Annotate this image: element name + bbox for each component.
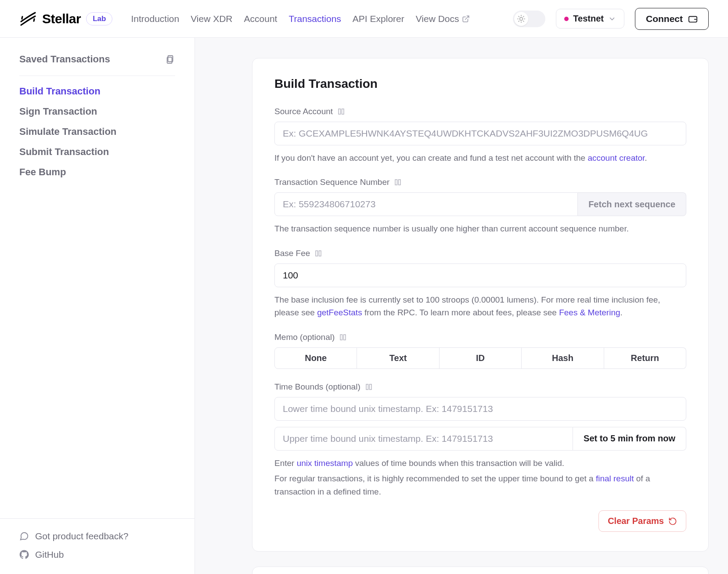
nav-account[interactable]: Account — [244, 14, 278, 24]
clear-params-label: Clear Params — [608, 516, 664, 526]
sidebar-item-simulate[interactable]: Simulate Transaction — [19, 126, 175, 137]
sidebar-item-sign[interactable]: Sign Transaction — [19, 106, 175, 117]
memo-id[interactable]: ID — [440, 347, 522, 369]
network-name: Testnet — [573, 14, 604, 24]
connect-label: Connect — [646, 14, 683, 24]
upper-timebound-input[interactable] — [274, 427, 573, 451]
connect-wallet-button[interactable]: Connect — [635, 8, 709, 30]
seq-input[interactable] — [274, 192, 578, 216]
logo-block: Stellar Lab — [19, 10, 112, 28]
help-tb1: Enter unix timestamp values of time boun… — [274, 457, 686, 469]
stellar-logo-icon — [19, 10, 37, 28]
main-content: Build Transaction Source Account If you … — [195, 38, 728, 574]
theme-knob — [514, 12, 528, 26]
help-fee: The base inclusion fee is currently set … — [274, 293, 686, 319]
sidebar-item-submit[interactable]: Submit Transaction — [19, 146, 175, 158]
primary-nav: Introduction View XDR Account Transactio… — [131, 14, 469, 24]
field-fee: Base Fee The base inclusion fee is curre… — [274, 249, 686, 319]
github-icon — [19, 550, 29, 560]
account-creator-link[interactable]: account creator — [587, 153, 645, 162]
lower-timebound-input[interactable] — [274, 397, 686, 421]
source-account-input[interactable] — [274, 122, 686, 145]
field-source-account: Source Account If you don't have an acco… — [274, 107, 686, 164]
external-link-icon — [462, 15, 470, 23]
feedback-link[interactable]: Got product feedback? — [19, 531, 175, 542]
doc-icon[interactable] — [365, 383, 373, 391]
help-source-account: If you don't have an account yet, you ca… — [274, 152, 686, 164]
help-tb2: For regular transactions, it is highly r… — [274, 472, 686, 498]
field-seq: Transaction Sequence Number Fetch next s… — [274, 177, 686, 235]
feedback-icon — [19, 531, 29, 541]
unix-timestamp-link[interactable]: unix timestamp — [297, 458, 353, 468]
field-memo: Memo (optional) None Text ID Hash Return — [274, 332, 686, 369]
memo-text[interactable]: Text — [357, 347, 439, 369]
memo-type-segmented: None Text ID Hash Return — [274, 347, 686, 369]
refresh-icon — [668, 517, 677, 526]
sidebar: Saved Transactions Build Transaction Sig… — [0, 38, 195, 574]
sidebar-title: Saved Transactions — [19, 54, 110, 65]
label-timebounds: Time Bounds (optional) — [274, 382, 360, 392]
clear-params-button[interactable]: Clear Params — [598, 510, 686, 532]
set-5min-button[interactable]: Set to 5 min from now — [573, 427, 686, 451]
sun-icon — [517, 14, 526, 23]
get-fee-stats-link[interactable]: getFeeStats — [317, 308, 362, 317]
help-seq: The transaction sequence number is usual… — [274, 222, 686, 235]
saved-icon[interactable] — [166, 54, 175, 64]
label-fee: Base Fee — [274, 249, 310, 258]
nav-view-docs-label: View Docs — [416, 14, 459, 24]
nav-api-explorer[interactable]: API Explorer — [353, 14, 404, 24]
github-label: GitHub — [35, 549, 64, 560]
nav-introduction[interactable]: Introduction — [131, 14, 179, 24]
chevron-down-icon — [608, 15, 616, 23]
app-name: Stellar — [42, 11, 81, 26]
fees-metering-link[interactable]: Fees & Metering — [559, 308, 620, 317]
app-header: Stellar Lab Introduction View XDR Accoun… — [0, 0, 728, 38]
label-memo: Memo (optional) — [274, 332, 335, 342]
lab-badge: Lab — [86, 12, 112, 25]
doc-icon[interactable] — [339, 333, 347, 341]
feedback-label: Got product feedback? — [35, 531, 128, 542]
nav-view-docs[interactable]: View Docs — [416, 14, 470, 24]
wallet-icon — [688, 14, 698, 24]
page-title: Build Transaction — [274, 77, 686, 91]
memo-return[interactable]: Return — [604, 347, 686, 369]
label-seq: Transaction Sequence Number — [274, 177, 389, 187]
doc-icon[interactable] — [394, 178, 402, 186]
network-selector[interactable]: Testnet — [556, 9, 624, 29]
github-link[interactable]: GitHub — [19, 549, 175, 560]
memo-none[interactable]: None — [274, 347, 357, 369]
operations-card: Operation 0 — [252, 567, 709, 574]
doc-icon[interactable] — [337, 108, 345, 116]
field-timebounds: Time Bounds (optional) Set to 5 min from… — [274, 382, 686, 498]
sidebar-item-build[interactable]: Build Transaction — [19, 86, 175, 97]
build-tx-card: Build Transaction Source Account If you … — [252, 58, 709, 552]
memo-hash[interactable]: Hash — [522, 347, 604, 369]
label-source-account: Source Account — [274, 107, 333, 116]
nav-transactions[interactable]: Transactions — [288, 14, 341, 24]
final-result-link[interactable]: final result — [596, 474, 634, 483]
theme-toggle[interactable] — [513, 11, 545, 27]
svg-point-0 — [520, 17, 523, 20]
sidebar-item-feebump[interactable]: Fee Bump — [19, 166, 175, 178]
fee-input[interactable] — [274, 264, 686, 287]
nav-view-xdr[interactable]: View XDR — [191, 14, 232, 24]
network-status-dot — [564, 17, 569, 21]
doc-icon[interactable] — [314, 249, 322, 257]
fetch-sequence-button[interactable]: Fetch next sequence — [578, 192, 686, 216]
